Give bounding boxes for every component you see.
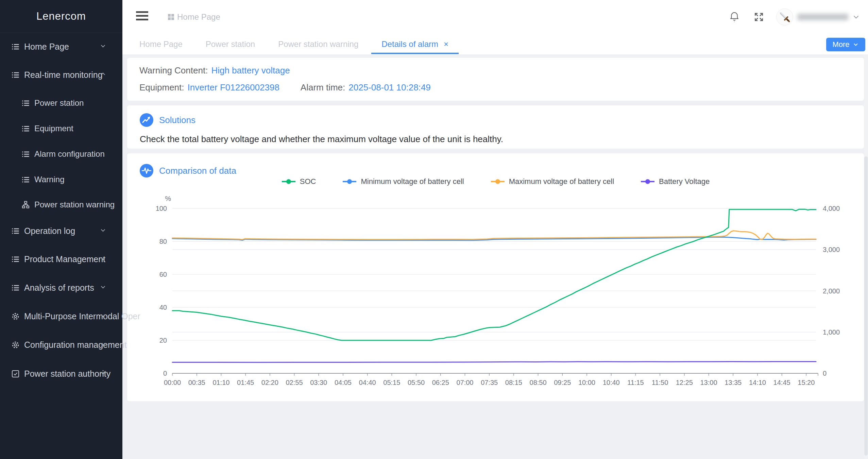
grid-icon: [167, 13, 175, 21]
right-axis-tick-label: 1,000: [823, 328, 840, 336]
left-axis-unit: %: [165, 195, 171, 202]
x-axis-tick-label: 11:50: [652, 379, 668, 386]
more-button[interactable]: More: [826, 38, 865, 51]
legend-label: Maximum voltage of battery cell: [509, 177, 614, 186]
x-axis-tick-label: 04:05: [335, 379, 352, 386]
legend-item-minimum-voltage-of-battery-cell[interactable]: Minimum voltage of battery cell: [342, 177, 464, 186]
tab-label: Details of alarm: [381, 39, 438, 49]
x-axis-tick-label: 11:15: [627, 379, 644, 386]
tab-label: Home Page: [139, 39, 183, 49]
gear-icon: [11, 312, 20, 321]
sidebar-item-home-page[interactable]: Home Page: [0, 36, 122, 57]
sidebar-item-operation-log[interactable]: Operation log: [0, 220, 122, 242]
sidebar-item-analysis-of-reports[interactable]: Analysis of reports: [0, 277, 122, 299]
chevron-down-icon: [99, 369, 107, 378]
sidebar-item-label: Multi-Purpose Intermodal Oper: [24, 311, 140, 321]
sidebar-item-configuration-management[interactable]: Configuration management: [0, 334, 122, 356]
fullscreen-icon[interactable]: [754, 12, 764, 22]
sidebar-item-power-station[interactable]: Power station: [0, 92, 122, 114]
alarm-time-value: 2025-08-01 10:28:49: [348, 82, 430, 93]
tab-list: Home PagePower stationPower station warn…: [129, 34, 461, 54]
x-axis-tick-label: 00:35: [188, 379, 205, 386]
x-axis-tick-label: 07:00: [456, 379, 473, 386]
series-line-maximum-voltage-of-battery-cell: [172, 231, 816, 240]
breadcrumb[interactable]: Home Page: [167, 0, 220, 34]
notification-bell-icon[interactable]: [729, 11, 739, 23]
legend-item-soc[interactable]: SOC: [282, 177, 316, 186]
sidebar-item-label: Real-time monitoring: [24, 70, 103, 80]
left-axis-tick-label: 40: [159, 304, 167, 311]
username-blurred: [797, 14, 848, 20]
sidebar-item-label: Equipment: [34, 124, 73, 133]
sidebar-item-label: Power station: [34, 98, 84, 108]
topbar: Home Page: [122, 0, 868, 34]
solutions-text: Check the total battery voltage and whet…: [140, 134, 503, 144]
sidebar-item-label: Configuration management: [24, 340, 127, 350]
sidebar-item-real-time-monitoring[interactable]: Real-time monitoring: [0, 64, 122, 86]
scrollbar-thumb[interactable]: [864, 156, 868, 456]
chevron-down-icon: [99, 42, 107, 51]
legend-item-maximum-voltage-of-battery-cell[interactable]: Maximum voltage of battery cell: [491, 177, 614, 186]
comparison-title: Comparison of data: [159, 166, 236, 176]
chevron-up-icon: [99, 70, 107, 79]
left-axis-tick-label: 0: [163, 370, 167, 377]
sidebar-item-power-station-authority[interactable]: Power station authority: [0, 363, 122, 385]
x-axis-tick-label: 13:35: [725, 379, 742, 386]
tab-power-station[interactable]: Power station: [195, 34, 265, 54]
list-icon: [21, 124, 30, 133]
list-icon: [11, 255, 20, 264]
comparison-card: Comparison of data SOCMinimum voltage of…: [127, 153, 864, 401]
chevron-down-icon: [99, 283, 107, 292]
brand-divider: [0, 33, 122, 33]
x-axis-tick-label: 00:00: [164, 379, 181, 386]
x-axis-tick-label: 13:00: [700, 379, 717, 386]
user-avatar[interactable]: [776, 8, 793, 26]
equipment-value[interactable]: Inverter F01226002398: [188, 82, 279, 93]
solutions-title: Solutions: [159, 115, 195, 125]
x-axis-tick-label: 05:50: [408, 379, 425, 386]
sidebar: Lenercom Home PageReal-time monitoringPo…: [0, 0, 122, 459]
left-axis-tick-label: 100: [156, 205, 167, 212]
comparison-chart[interactable]: 020406080100%01,0002,0003,0004,00000:000…: [127, 190, 864, 401]
x-axis-tick-label: 09:25: [554, 379, 571, 386]
chevron-down-icon: [852, 41, 859, 48]
legend-label: Battery Voltage: [659, 177, 710, 186]
list-icon: [11, 226, 20, 236]
legend-marker-icon: [342, 179, 357, 184]
list-icon: [11, 70, 20, 80]
sidebar-item-power-station-warning[interactable]: Power station warning: [0, 194, 122, 216]
scrollbar-track[interactable]: [864, 54, 868, 459]
warning-content-value[interactable]: High battery voltage: [211, 65, 290, 76]
legend-item-battery-voltage[interactable]: Battery Voltage: [641, 177, 710, 186]
x-axis-tick-label: 12:25: [676, 379, 693, 386]
legend-marker-icon: [282, 179, 296, 184]
list-icon: [21, 99, 30, 108]
sidebar-item-equipment[interactable]: Equipment: [0, 118, 122, 139]
legend-marker-icon: [491, 179, 505, 184]
pulse-icon: [139, 164, 154, 178]
tab-details-of-alarm[interactable]: Details of alarm×: [371, 34, 459, 54]
topbar-actions: [715, 0, 861, 34]
tab-home-page[interactable]: Home Page: [129, 34, 193, 54]
list-icon: [11, 42, 20, 51]
hamburger-menu-icon[interactable]: [136, 11, 148, 22]
equipment-label: Equipment:: [139, 82, 184, 93]
x-axis-tick-label: 06:25: [432, 379, 449, 386]
x-axis-tick-label: 02:55: [286, 379, 303, 386]
close-icon[interactable]: ×: [444, 39, 448, 49]
chevron-down-icon: [99, 312, 107, 321]
user-menu-chevron-down-icon[interactable]: [852, 13, 861, 21]
x-axis-tick-label: 15:20: [798, 379, 815, 386]
sidebar-item-warning[interactable]: Warning: [0, 169, 122, 190]
alarm-details-card: Warning Content: High battery voltage Eq…: [127, 58, 864, 101]
legend-label: Minimum voltage of battery cell: [361, 177, 464, 186]
alarm-time-label: Alarm time:: [301, 82, 345, 93]
right-axis-tick-label: 3,000: [823, 246, 840, 253]
sidebar-item-product-management[interactable]: Product Management: [0, 248, 122, 270]
sidebar-item-label: Product Management: [24, 254, 105, 264]
x-axis-tick-label: 05:15: [383, 379, 400, 386]
sidebar-item-label: Analysis of reports: [24, 283, 94, 293]
sidebar-item-alarm-configuration[interactable]: Alarm configuration: [0, 143, 122, 165]
sidebar-item-multi-purpose-intermodal-oper[interactable]: Multi-Purpose Intermodal Oper: [0, 305, 122, 327]
tab-power-station-warning[interactable]: Power station warning: [268, 34, 369, 54]
